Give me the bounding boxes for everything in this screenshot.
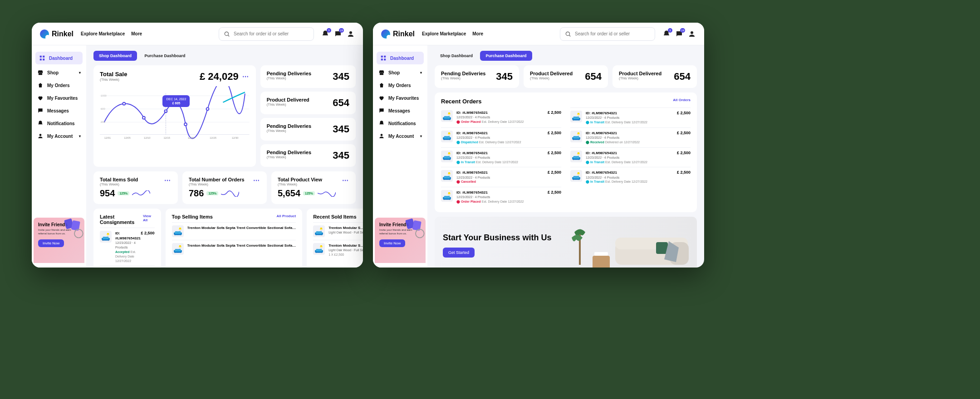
list-item[interactable]: 🛋️ Trenton Modular Sofa Septa Trent Conv… bbox=[172, 222, 296, 240]
brand-name: Rinkel bbox=[393, 30, 415, 38]
invite-promo: Invite Friends Invite your friends and e… bbox=[375, 218, 426, 263]
sidebar-item-notifications[interactable]: Notifications bbox=[373, 117, 427, 130]
invite-promo: Invite Friends Invite your friends and e… bbox=[34, 218, 84, 263]
tab-shop-dashboard[interactable]: Shop Dashboard bbox=[435, 51, 478, 61]
notifications-icon[interactable]: 3 bbox=[662, 30, 671, 38]
svg-text:200: 200 bbox=[101, 121, 105, 123]
brand-logo[interactable]: Rinkel bbox=[40, 29, 74, 39]
search-icon bbox=[224, 31, 230, 37]
search-input[interactable] bbox=[234, 31, 309, 36]
svg-point-41 bbox=[416, 229, 424, 238]
sidebar-item-dashboard[interactable]: Dashboard bbox=[377, 52, 424, 64]
svg-point-16 bbox=[142, 117, 145, 119]
total-sale-card: Total Sale (This Week) £ 24,029 ⋯ bbox=[93, 65, 256, 167]
sidebar-item-favourites[interactable]: My Favourites bbox=[373, 92, 427, 104]
sidebar-item-dashboard[interactable]: Dashboard bbox=[35, 52, 83, 64]
sidebar-item-messages[interactable]: Messages bbox=[373, 104, 427, 117]
stat-delivered: Product Delivered(This Week) 654 bbox=[260, 92, 356, 114]
sidebar-item-shop[interactable]: Shop ▾ bbox=[32, 66, 86, 79]
svg-text:12/15: 12/15 bbox=[164, 136, 171, 139]
sidebar: Dashboard Shop ▾ My Orders My Favourites… bbox=[32, 45, 86, 268]
nav-explore[interactable]: Explore Marketplace bbox=[422, 31, 466, 36]
profile-icon[interactable] bbox=[688, 30, 696, 38]
dashboard-tabs: Shop Dashboard Purchase Dashboard bbox=[435, 51, 697, 61]
order-row[interactable]: 🛋️ ID: #LM987654321 12/23/2022 · 4 Produ… bbox=[441, 147, 561, 167]
pct-badge: 125% bbox=[303, 191, 315, 195]
more-icon[interactable]: ⋯ bbox=[253, 177, 260, 184]
product-thumb-icon: 🛋️ bbox=[100, 231, 112, 243]
more-icon[interactable]: ⋯ bbox=[342, 177, 349, 184]
invite-button[interactable]: Invite Now bbox=[38, 239, 64, 247]
nav-more[interactable]: More bbox=[472, 31, 483, 36]
list-item[interactable]: 🛋️ ID: #LM987654321 12/23/2022 · 4 Produ… bbox=[100, 266, 155, 268]
product-thumb-icon: 🛋️ bbox=[313, 243, 325, 255]
list-item[interactable]: 🛋️ Trenton Modular Sofa…Light Oak Wood ·… bbox=[313, 240, 363, 260]
get-started-button[interactable]: Get Started bbox=[443, 248, 475, 258]
order-row[interactable]: 🛋️ ID: #LM987654321 12/23/2022 · 4 Produ… bbox=[441, 127, 561, 147]
svg-rect-4 bbox=[43, 56, 44, 58]
topbar: Rinkel Explore Marketplace More 3 19 bbox=[373, 23, 704, 45]
order-row[interactable]: 🛋️ ID: #LM987654321 12/23/2022 · 4 Produ… bbox=[570, 167, 691, 187]
sales-chart: 12/01 12/05 12/10 12/15 12/20 12/25 12/3… bbox=[100, 86, 250, 141]
badge-messages: 19 bbox=[339, 28, 344, 33]
order-row[interactable]: 🛋️ ID: #LM987654321 12/23/2022 · 4 Produ… bbox=[570, 147, 691, 167]
sidebar-item-notifications[interactable]: Notifications bbox=[32, 117, 86, 130]
list-item[interactable]: 🛋️ ID: #LM987654321 12/23/2022 · 4 Produ… bbox=[100, 228, 155, 266]
more-icon[interactable]: ⋯ bbox=[242, 73, 250, 80]
tab-purchase-dashboard[interactable]: Purchase Dashboard bbox=[139, 51, 191, 61]
search-input[interactable] bbox=[575, 31, 650, 36]
grid-icon bbox=[39, 55, 45, 61]
dashboard-tabs: Shop Dashboard Purchase Dashboard bbox=[93, 51, 356, 61]
view-all-link[interactable]: View All bbox=[143, 214, 155, 222]
svg-rect-35 bbox=[384, 56, 386, 58]
svg-text:12/30: 12/30 bbox=[232, 136, 239, 139]
all-orders-link[interactable]: All Orders bbox=[673, 98, 691, 102]
shop-icon bbox=[378, 69, 385, 76]
search-icon bbox=[565, 31, 571, 37]
profile-icon[interactable] bbox=[347, 30, 355, 38]
latest-consignments-card: Latest ConsignmentsView All 🛋️ ID: #LM98… bbox=[93, 209, 161, 268]
messages-icon[interactable]: 19 bbox=[675, 30, 683, 38]
sidebar-item-orders[interactable]: My Orders bbox=[373, 79, 427, 92]
messages-icon[interactable]: 19 bbox=[334, 30, 342, 38]
sidebar-item-favourites[interactable]: My Favourites bbox=[32, 92, 86, 104]
invite-button[interactable]: Invite Now bbox=[379, 239, 405, 247]
svg-line-1 bbox=[228, 35, 229, 36]
bell-icon bbox=[37, 120, 44, 127]
main-purchase: Shop Dashboard Purchase Dashboard Pendin… bbox=[427, 45, 704, 268]
mini-views: Total Product View(This Week)⋯ 5,654125% bbox=[271, 171, 356, 204]
mini-orders: Total Number of Orders(This Week)⋯ 78612… bbox=[182, 171, 267, 204]
all-product-link[interactable]: All Product bbox=[276, 214, 296, 218]
sidebar-item-account[interactable]: My Account▾ bbox=[373, 130, 427, 142]
recent-orders-card: Recent OrdersAll Orders 🛋️ ID: #LM987654… bbox=[435, 92, 697, 212]
svg-point-15 bbox=[122, 102, 125, 105]
list-item[interactable]: 🛋️ Trenton Modular Sofa…Light Oak Wood ·… bbox=[313, 222, 363, 240]
promo-art-icon bbox=[403, 218, 426, 240]
chevron-down-icon: ▾ bbox=[79, 71, 81, 75]
svg-text:12/10: 12/10 bbox=[144, 136, 151, 139]
notifications-icon[interactable]: 3 bbox=[321, 30, 329, 38]
sidebar-item-shop[interactable]: Shop▾ bbox=[373, 66, 427, 79]
brand-name: Rinkel bbox=[52, 30, 74, 38]
sidebar-item-messages[interactable]: Messages bbox=[32, 104, 86, 117]
order-row[interactable]: 🛋️ ID: #LM987654321 12/23/2022 · 4 Produ… bbox=[441, 107, 561, 127]
list-item[interactable]: 🛋️ Trenton Modular Sofa Septa Trent Conv… bbox=[172, 240, 296, 258]
tab-purchase-dashboard[interactable]: Purchase Dashboard bbox=[480, 51, 532, 61]
nav-explore[interactable]: Explore Marketplace bbox=[81, 31, 125, 36]
more-icon[interactable]: ⋯ bbox=[164, 177, 172, 184]
order-row[interactable]: 🛋️ ID: #LM987654321 12/23/2022 · 4 Produ… bbox=[441, 187, 561, 207]
sparkline-icon bbox=[221, 190, 239, 197]
top-selling-card: Top Selling ItemsAll Product 🛋️ Trenton … bbox=[166, 209, 303, 268]
search-bar[interactable] bbox=[219, 27, 314, 41]
order-row[interactable]: 🛋️ ID: #LM987654321 12/23/2022 · 4 Produ… bbox=[441, 167, 561, 187]
sidebar-item-account[interactable]: My Account ▾ bbox=[32, 130, 86, 142]
user-icon bbox=[378, 133, 385, 139]
nav-more[interactable]: More bbox=[131, 31, 142, 36]
order-row[interactable]: 🛋️ ID: #LM987654321 12/23/2022 · 4 Produ… bbox=[570, 127, 691, 147]
sidebar-item-orders[interactable]: My Orders bbox=[32, 79, 86, 92]
order-row[interactable]: 🛋️ ID: #LM987654321 12/23/2022 · 4 Produ… bbox=[570, 107, 691, 127]
tab-shop-dashboard[interactable]: Shop Dashboard bbox=[93, 51, 137, 61]
stat-pending-1: Pending Deliveries(This Week) 345 bbox=[260, 65, 356, 88]
brand-logo[interactable]: Rinkel bbox=[381, 29, 415, 39]
search-bar[interactable] bbox=[560, 27, 655, 41]
